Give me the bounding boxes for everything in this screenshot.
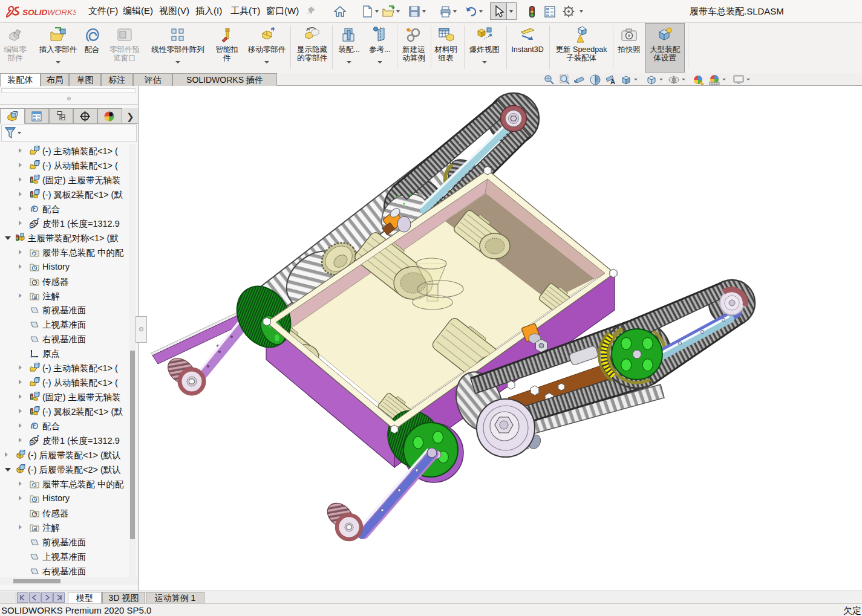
- svg-text:SOLID: SOLID: [22, 8, 48, 17]
- svg-text:A: A: [610, 78, 615, 85]
- svg-text:A: A: [33, 294, 37, 300]
- svg-text:WORKS: WORKS: [47, 8, 76, 17]
- svg-text:A: A: [33, 526, 37, 531]
